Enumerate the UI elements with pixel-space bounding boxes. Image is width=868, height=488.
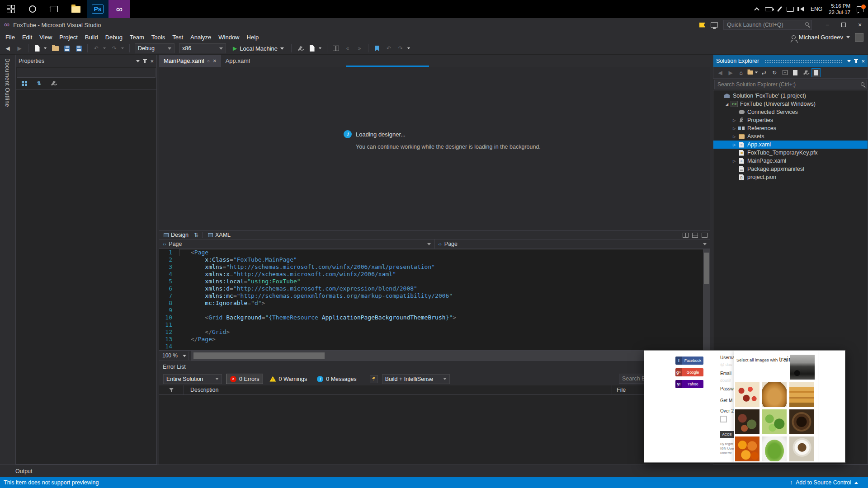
swap-panes-icon[interactable]: ⇅ (194, 232, 198, 238)
outdent-icon[interactable]: « (343, 43, 353, 53)
bookmark-icon[interactable] (372, 43, 382, 53)
document-outline-tab[interactable]: Document Outline (4, 58, 10, 107)
captcha-image-coffee-mug[interactable] (789, 409, 814, 434)
menu-build[interactable]: Build (81, 33, 102, 42)
doc-tab-app-xaml[interactable]: App.xaml (221, 55, 255, 67)
new-file-icon[interactable] (32, 43, 42, 53)
breadcrumb-left[interactable]: Page (159, 239, 435, 249)
collapse-all-icon[interactable]: − (780, 68, 789, 77)
vertical-split-icon[interactable] (683, 233, 689, 238)
notifications-flag-icon[interactable] (699, 23, 705, 28)
se-forward-icon[interactable]: ▶ (726, 68, 735, 77)
navigate-forward-icon[interactable]: ▶ (14, 43, 24, 53)
menu-project[interactable]: Project (56, 33, 81, 42)
add-item-dropdown-icon[interactable] (319, 43, 323, 53)
pen-icon[interactable] (777, 6, 782, 12)
expander-icon[interactable]: ▷ (731, 143, 738, 147)
platform-dropdown[interactable]: x86 (179, 43, 226, 53)
next-bookmark-icon[interactable]: ↷ (396, 43, 406, 53)
tree-item-package-appxmanifest[interactable]: Package.appxmanifest (713, 165, 868, 173)
tree-item-assets[interactable]: ▷Assets (713, 132, 868, 141)
file-explorer-button[interactable] (65, 0, 87, 18)
menu-file[interactable]: File (2, 33, 19, 42)
expander-icon[interactable]: ▷ (731, 127, 738, 131)
properties-window-icon[interactable] (801, 68, 810, 77)
login-button-yahoo[interactable]: y!Yahoo (675, 380, 703, 388)
browser-preview-window[interactable]: fFacebookg+Googley!Yahoo ACCE Userna@ do… (644, 350, 845, 463)
save-all-icon[interactable] (74, 43, 84, 53)
new-file-dropdown-icon[interactable] (44, 43, 48, 53)
close-button[interactable]: × (852, 18, 868, 32)
window-position-icon[interactable] (847, 60, 851, 62)
captcha-image-salad[interactable] (762, 436, 787, 461)
indent-icon[interactable]: » (354, 43, 364, 53)
solution-explorer-search[interactable] (713, 79, 868, 90)
battery-icon[interactable] (765, 7, 773, 11)
expander-icon[interactable]: ▷ (731, 159, 738, 163)
xaml-code-editor[interactable]: 1<Page2 x:Class="FoxTube.MainPage"3 xmln… (159, 249, 710, 350)
captcha-image-oranges[interactable] (735, 436, 760, 461)
window-position-icon[interactable] (136, 60, 140, 62)
intellisense-toggle-icon[interactable] (370, 375, 378, 383)
tree-item-connected-services[interactable]: Connected Services (713, 108, 868, 116)
tree-item-solution-foxtube-1-project[interactable]: Solution 'FoxTube' (1 project) (713, 92, 868, 100)
tray-expand-icon[interactable] (754, 7, 759, 12)
scrollbar-thumb[interactable] (193, 352, 325, 359)
close-icon[interactable]: × (861, 58, 865, 65)
menu-analyze[interactable]: Analyze (187, 33, 215, 42)
action-center-icon[interactable] (857, 6, 863, 12)
avatar[interactable] (855, 33, 863, 42)
horizontal-split-icon[interactable] (692, 233, 698, 238)
captcha-image-bread[interactable] (762, 382, 787, 407)
object-selector-dropdown[interactable] (17, 68, 156, 78)
menu-help[interactable]: Help (243, 33, 263, 42)
task-view-button[interactable] (43, 0, 65, 18)
menu-view[interactable]: View (36, 33, 56, 42)
errors-filter-button[interactable]: × 0 Errors (226, 374, 263, 384)
tree-item-foxtube-temporarykey-pfx[interactable]: FoxTube_TemporaryKey.pfx (713, 149, 868, 157)
tree-item-foxtube-universal-windows[interactable]: ◢FoxTube (Universal Windows) (713, 100, 868, 108)
messages-filter-button[interactable]: i 0 Messages (313, 374, 360, 384)
zoom-dropdown[interactable]: 100 % (160, 352, 189, 360)
captcha-image-pancakes[interactable] (789, 382, 814, 407)
redo-dropdown-icon[interactable] (121, 43, 126, 53)
expander-icon[interactable]: ▷ (731, 135, 738, 139)
close-icon[interactable]: × (150, 58, 154, 65)
se-back-icon[interactable]: ◀ (716, 68, 725, 77)
property-pages-icon[interactable] (48, 79, 58, 89)
doc-tab-mainpage-xaml[interactable]: MainPage.xaml○× (159, 55, 221, 67)
expander-icon[interactable]: ◢ (723, 102, 731, 106)
photoshop-button[interactable]: Ps (87, 0, 108, 18)
pin-icon[interactable] (144, 59, 146, 63)
output-tab[interactable]: Output (15, 468, 33, 474)
menu-window[interactable]: Window (215, 33, 243, 42)
toolbar-overflow-icon[interactable] (407, 43, 412, 53)
caret-down-icon[interactable] (846, 36, 850, 38)
tree-item-properties[interactable]: ▷Properties (713, 116, 868, 124)
close-tab-icon[interactable]: × (213, 57, 217, 64)
tree-item-mainpage-xaml[interactable]: ▷MainPage.xaml (713, 157, 868, 165)
file-column-header[interactable]: File (612, 387, 626, 393)
accept-button[interactable]: ACCE (720, 431, 734, 438)
expand-pane-icon[interactable] (702, 233, 708, 238)
menu-debug[interactable]: Debug (102, 33, 126, 42)
refresh-icon[interactable]: ↻ (770, 68, 779, 77)
editor-horizontal-scrollbar[interactable] (191, 351, 710, 361)
description-column-header[interactable]: Description (184, 385, 612, 394)
captcha-image-greens[interactable] (762, 409, 787, 434)
visual-studio-button[interactable]: ∞ (108, 0, 130, 18)
captcha-image-coffee-cup[interactable] (789, 436, 814, 461)
scrollbar-thumb[interactable] (704, 253, 709, 284)
preview-selected-items-icon[interactable] (811, 68, 821, 77)
home-icon[interactable]: ⌂ (736, 68, 745, 77)
checkbox[interactable] (720, 416, 727, 422)
package-manager-icon[interactable] (295, 43, 305, 53)
start-button[interactable] (0, 0, 22, 18)
alphabetical-icon[interactable]: ⇅ (34, 79, 44, 89)
minimize-button[interactable]: − (819, 18, 835, 32)
login-button-google[interactable]: g+Google (675, 368, 703, 376)
menu-test[interactable]: Test (169, 33, 187, 42)
save-icon[interactable] (62, 43, 72, 53)
sync-with-active-document-icon[interactable]: ⇄ (760, 68, 769, 77)
captcha-image-platter[interactable] (735, 409, 760, 434)
